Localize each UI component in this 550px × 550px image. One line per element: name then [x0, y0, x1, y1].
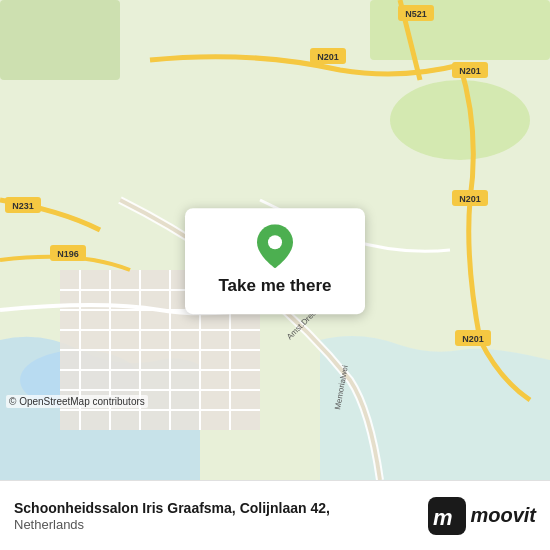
- location-pin-icon: [255, 226, 295, 266]
- svg-text:N196: N196: [57, 249, 79, 259]
- take-me-there-card: Take me there: [185, 208, 365, 314]
- svg-text:N521: N521: [405, 9, 427, 19]
- moovit-icon: m: [428, 497, 466, 535]
- svg-text:N231: N231: [12, 201, 34, 211]
- moovit-logo: m moovit: [428, 497, 536, 535]
- location-title: Schoonheidssalon Iris Graafsma, Colijnla…: [14, 499, 418, 517]
- svg-text:m: m: [433, 505, 453, 530]
- moovit-text: moovit: [470, 504, 536, 527]
- svg-text:N201: N201: [317, 52, 339, 62]
- map-container: N201 N201 N201 N201 N521 N231 N196 Amst.…: [0, 0, 550, 480]
- osm-credit: © OpenStreetMap contributors: [6, 395, 148, 408]
- svg-text:N201: N201: [459, 194, 481, 204]
- svg-rect-2: [0, 0, 120, 80]
- svg-text:N201: N201: [459, 66, 481, 76]
- svg-point-4: [390, 80, 530, 160]
- svg-rect-3: [370, 0, 550, 60]
- svg-text:N201: N201: [462, 334, 484, 344]
- location-info: Schoonheidssalon Iris Graafsma, Colijnla…: [14, 499, 418, 532]
- take-me-there-button[interactable]: Take me there: [218, 276, 331, 296]
- info-bar: Schoonheidssalon Iris Graafsma, Colijnla…: [0, 480, 550, 550]
- location-country: Netherlands: [14, 517, 418, 532]
- svg-point-35: [268, 235, 282, 249]
